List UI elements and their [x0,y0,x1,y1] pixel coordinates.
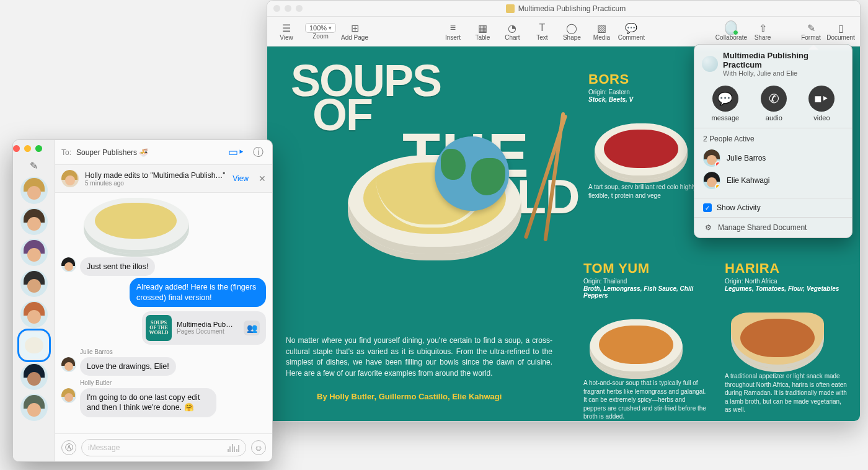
details-icon[interactable]: ⓘ [250,145,266,159]
recipe-desc: A traditional appetizer or light snack m… [725,372,849,414]
close-dot[interactable] [13,145,20,152]
recipe-title: HARIRA [725,260,849,277]
conversation-item[interactable] [20,239,48,266]
conversation-item[interactable] [20,177,48,204]
view-tool[interactable]: ☰ View [272,18,301,45]
conversation-item[interactable] [20,363,48,390]
conversation-item[interactable] [20,301,48,328]
comment-tool[interactable]: 💬 Comment [617,18,645,45]
share-icon: ⇧ [756,22,769,34]
zoom-tool[interactable]: 100% ▾ Zoom [302,18,339,45]
popover-subtitle: With Holly, Julie and Elie [723,69,844,77]
active-person[interactable]: Julie Barros [703,147,843,169]
message-bubble[interactable]: Already added! Here is the (fingers cros… [130,278,266,307]
byline: By Holly Butler, Guillermo Castillo, Eli… [317,392,502,401]
conversation-item[interactable] [20,208,48,235]
zoom-dot[interactable] [35,145,42,152]
popover-doc-avatar [702,56,718,72]
add-page-tool[interactable]: ⊞ Add Page [340,18,369,45]
document-tool[interactable]: ▯ Document [826,18,855,45]
active-person[interactable]: Elie Kahwagi [703,169,843,192]
message-action[interactable]: 💬 message [712,86,740,122]
collaborate-tool[interactable]: Collaborate [715,18,747,45]
shape-icon: ◯ [565,22,578,34]
person-name: Julie Barros [727,154,766,162]
audio-label: audio [766,114,782,122]
chart-tool[interactable]: ◔ Chart [498,18,526,45]
video-label: video [813,114,830,122]
pages-window: Multimedia Publishing Practicum ☰ View 1… [267,0,861,422]
sender-label: Holly Butler [80,379,266,386]
attachment-title: Multimedia Pub… [177,321,233,328]
message-in: Just sent the illos! [61,257,266,276]
banner-view-button[interactable]: View [232,174,249,183]
messages-window: ✎ To: Souper Publishers 🍜 ▭‣ ⓘ Holly mad… [12,140,273,462]
audio-record-icon[interactable] [228,444,240,452]
recipe-ingredients: Broth, Lemongrass, Fish Sauce, Chili Pep… [583,285,707,299]
pages-traffic-lights[interactable] [273,5,303,12]
message-in: Love the drawings, Elie! [61,357,266,376]
body-paragraph: No matter where you find yourself dining… [286,335,552,379]
recipe-illustration [583,304,689,375]
share-tool[interactable]: ⇧ Share [748,18,777,45]
avatar [61,170,79,187]
checkbox-checked-icon[interactable]: ✓ [703,203,712,212]
document-label: Document [826,34,855,41]
message-icon: 💬 [712,86,738,112]
message-bubble[interactable]: Just sent the illos! [80,257,155,276]
attachment-subtitle: Pages Document [177,328,233,335]
messages-traffic-lights[interactable] [13,145,42,152]
insert-tool[interactable]: ≡ Insert [438,18,467,45]
attachment-thumbnail: SOUPSOF THEWORLD [146,315,172,341]
insert-icon: ≡ [446,22,459,34]
incoming-image-attachment[interactable] [78,198,202,254]
recipe-ingredients: Legumes, Tomatoes, Flour, Vegetables [725,285,849,292]
minimize-dot[interactable] [285,5,291,12]
media-tool[interactable]: ▧ Media [587,18,616,45]
minimize-dot[interactable] [24,145,31,152]
shape-tool[interactable]: ◯ Shape [557,18,586,45]
recipe-tomyum: TOM YUM Origin: Thailand Broth, Lemongra… [583,260,707,421]
message-in: I'm going to do one last copy edit and t… [61,388,266,417]
collaboration-badge-icon[interactable]: 👥 [244,321,260,335]
show-activity-row[interactable]: ✓ Show Activity [694,198,852,217]
chart-icon: ◔ [506,22,518,34]
pages-titlebar[interactable]: Multimedia Publishing Practicum [267,1,860,17]
emoji-button[interactable]: ☺ [251,440,266,455]
popover-header: Multimedia Publishing Practicum With Hol… [694,45,852,82]
facetime-icon[interactable]: ▭‣ [226,146,247,159]
presence-indicator [715,184,720,189]
close-dot[interactable] [273,5,280,12]
recipe-illustration [588,108,694,179]
banner-close-icon[interactable]: ✕ [259,174,266,184]
compose-button[interactable]: ✎ [27,158,42,173]
avatar [703,172,720,189]
pages-toolbar: ☰ View 100% ▾ Zoom ⊞ Add Page ≡ Insert ▦… [267,17,860,47]
recipe-origin: Origin: North Africa [725,278,849,285]
audio-action[interactable]: ✆ audio [761,86,787,122]
pages-title: Multimedia Publishing Practicum [315,4,817,13]
conversation-item[interactable] [20,270,48,297]
manage-shared-row[interactable]: ⚙︎ Manage Shared Document [694,217,852,237]
apps-button[interactable]: Ⓐ [61,440,76,455]
person-name: Elie Kahwagi [727,176,769,185]
zoom-dot[interactable] [296,5,303,12]
manage-label: Manage Shared Document [718,223,807,232]
video-action[interactable]: ■‣ video [808,86,835,122]
video-icon: ■‣ [808,86,835,112]
message-bubble[interactable]: I'm going to do one last copy edit and t… [80,388,216,417]
conversation-item-selected[interactable] [20,332,48,359]
input-placeholder: iMessage [88,443,120,452]
conversation-name[interactable]: Souper Publishers 🍜 [76,148,148,157]
table-tool[interactable]: ▦ Table [468,18,497,45]
activity-banner: Holly made edits to "Multimedia Publish…… [55,165,272,193]
share-label: Share [755,34,771,41]
message-thread[interactable]: Just sent the illos! Already added! Here… [55,193,272,433]
conversation-item[interactable] [20,394,48,421]
zoom-dropdown[interactable]: 100% ▾ [305,23,336,33]
text-tool[interactable]: T Text [528,18,556,45]
message-input[interactable]: iMessage [81,439,246,456]
pages-attachment[interactable]: SOUPSOF THEWORLD Multimedia Pub… Pages D… [142,311,266,345]
message-bubble[interactable]: Love the drawings, Elie! [80,357,176,376]
avatar [703,149,720,167]
